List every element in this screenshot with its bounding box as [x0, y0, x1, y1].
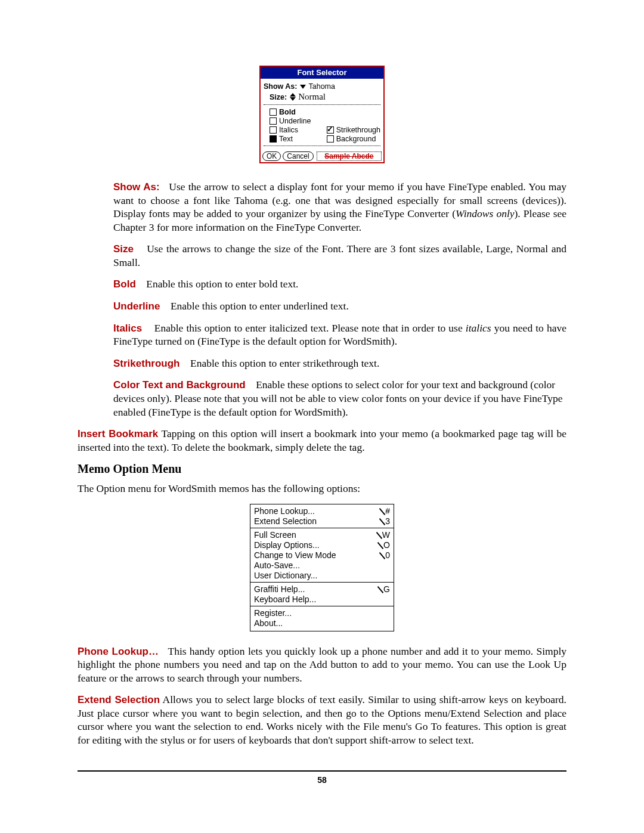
stroke-icon [376, 532, 383, 539]
dialog-title: Font Selector [261, 67, 383, 79]
memo-option-menu-heading: Memo Option Menu [78, 462, 566, 476]
stroke-icon [379, 552, 386, 559]
strikethrough-heading: Strikethrough [113, 358, 179, 369]
menu-label: Change to View Mode [254, 550, 336, 560]
menu-shortcut: O [371, 540, 390, 550]
italics-heading: Italics [113, 323, 142, 334]
show-as-heading: Show As: [113, 181, 160, 193]
menu-shortcut: W [370, 530, 390, 540]
menu-label: Full Screen [254, 530, 296, 540]
extend-selection-heading: Extend Selection [78, 694, 160, 705]
para-strikethrough: Strikethrough Enable this option to ente… [113, 357, 566, 370]
menu-shortcut: G [371, 584, 390, 594]
menu-shortcut: 3 [373, 516, 390, 526]
menu-extend-selection[interactable]: Extend Selection 3 [254, 516, 390, 526]
menu-label: Phone Lookup... [254, 506, 315, 516]
dropdown-arrow-icon[interactable] [300, 85, 306, 89]
font-selector-dialog: Font Selector Show As: Tahoma Size: Norm… [259, 66, 385, 163]
para-show-as: Show As: Use the arrow to select a displ… [113, 180, 566, 234]
color-heading: Color Text and Background [113, 379, 246, 391]
bold-check-label: Bold [279, 108, 296, 116]
para-bold: Bold Enable this option to enter bold te… [113, 277, 566, 291]
underline-text: Enable this option to enter underlined t… [171, 300, 349, 312]
menu-full-screen[interactable]: Full ScreenW [254, 530, 390, 540]
stroke-icon [377, 586, 384, 593]
text-colorbox[interactable] [270, 135, 277, 143]
para-color: Color Text and Background Enable these o… [113, 378, 566, 419]
para-extend-selection: Extend Selection Allows you to select la… [78, 693, 566, 747]
menu-shortcut: 0 [373, 550, 390, 560]
stroke-icon [379, 518, 386, 525]
show-as-italic: Windows only [456, 208, 514, 219]
menu-label: Graffiti Help... [254, 584, 305, 594]
para-insert-bookmark: Insert Bookmark Tapping on this option w… [78, 427, 566, 454]
menu-user-dictionary[interactable]: User Dictionary... [254, 571, 390, 580]
italics-text: Enable this option to enter italicized t… [154, 322, 466, 334]
strikethrough-checkbox[interactable] [327, 126, 334, 134]
underline-checkbox[interactable] [270, 117, 277, 125]
italics-checkbox[interactable] [270, 126, 277, 134]
stroke-icon [377, 542, 384, 549]
menu-register[interactable]: Register... [254, 608, 390, 618]
menu-label: Keyboard Help... [254, 594, 316, 604]
para-italics: Italics Enable this option to enter ital… [113, 321, 566, 348]
ok-button[interactable]: OK [262, 151, 281, 161]
menu-display-options[interactable]: Display Options...O [254, 540, 390, 550]
background-colorbox[interactable] [327, 135, 334, 143]
options-menu: Phone Lookup... # Extend Selection 3 Ful… [250, 504, 394, 631]
show-as-value: Tahoma [308, 82, 335, 91]
menu-auto-save[interactable]: Auto-Save... [254, 561, 390, 570]
para-phone-lookup: Phone Lookup… This handy option lets you… [78, 645, 566, 685]
background-color-label: Background [336, 135, 376, 143]
menu-shortcut: # [373, 506, 390, 516]
size-label: Size: [270, 93, 287, 101]
menu-keyboard-help[interactable]: Keyboard Help... [254, 594, 390, 604]
bold-checkbox[interactable] [270, 109, 277, 116]
stroke-icon [379, 508, 386, 515]
menu-change-view-mode[interactable]: Change to View Mode0 [254, 550, 390, 560]
italics-italic-word: italics [466, 322, 491, 334]
menu-label: Display Options... [254, 540, 320, 550]
memo-intro-text: The Option menu for WordSmith memos has … [78, 482, 566, 495]
menu-label: User Dictionary... [254, 571, 317, 580]
bold-text: Enable this option to enter bold text. [146, 278, 298, 290]
menu-label: Extend Selection [254, 516, 317, 526]
para-underline: Underline Enable this option to enter un… [113, 299, 566, 313]
footer-rule [78, 770, 566, 772]
size-heading: Size [113, 243, 134, 255]
cancel-button[interactable]: Cancel [283, 151, 313, 161]
show-as-label: Show As: [264, 82, 297, 91]
sample-preview: Sample Abcde [317, 151, 382, 161]
bold-heading: Bold [113, 278, 136, 290]
spinner-arrows-icon[interactable] [290, 93, 296, 101]
menu-graffiti-help[interactable]: Graffiti Help...G [254, 584, 390, 594]
menu-label: About... [254, 618, 283, 628]
text-color-label: Text [279, 135, 293, 143]
underline-heading: Underline [113, 301, 160, 312]
menu-phone-lookup[interactable]: Phone Lookup... # [254, 506, 390, 516]
underline-check-label: Underline [279, 117, 311, 125]
menu-label: Auto-Save... [254, 561, 300, 570]
insert-bookmark-heading: Insert Bookmark [78, 428, 158, 439]
menu-about[interactable]: About... [254, 618, 390, 628]
phone-lookup-heading: Phone Lookup… [78, 646, 159, 657]
size-value: Normal [298, 92, 326, 102]
italics-check-label: Italics [279, 126, 298, 134]
para-size: Size Use the arrows to change the size o… [113, 242, 566, 269]
strikethrough-text: Enable this option to enter strikethroug… [190, 357, 379, 369]
size-text: Use the arrows to change the size of the… [113, 243, 566, 268]
page-number: 58 [78, 775, 566, 785]
strikethrough-check-label: Strikethrough [336, 126, 380, 134]
menu-label: Register... [254, 608, 292, 618]
